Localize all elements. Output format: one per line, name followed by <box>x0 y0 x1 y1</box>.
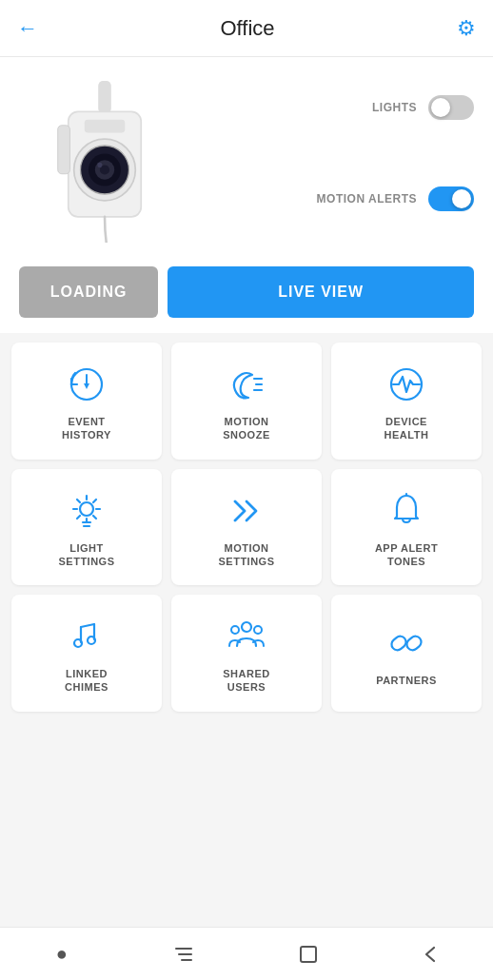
event-history-icon <box>68 363 106 405</box>
lights-toggle-row: LIGHTS <box>372 95 474 120</box>
gear-icon[interactable]: ⚙ <box>457 16 476 41</box>
grid-row-1: EVENTHISTORY MOTIONSNOOZE D <box>11 343 482 460</box>
header: ← Office ⚙ <box>0 0 493 57</box>
svg-line-29 <box>81 624 94 627</box>
motion-label: MOTION ALERTS <box>317 192 417 206</box>
action-buttons: LOADING LIVE VIEW <box>19 266 474 333</box>
grid-item-light-settings[interactable]: LIGHTSETTINGS <box>11 469 162 586</box>
camera-image <box>19 76 190 247</box>
event-history-label: EVENTHISTORY <box>62 415 111 442</box>
svg-point-16 <box>80 502 93 516</box>
light-settings-icon <box>68 490 106 532</box>
bottom-nav: ● <box>0 927 493 980</box>
nav-dot[interactable]: ● <box>38 935 86 973</box>
partners-icon <box>387 622 425 664</box>
grid-item-motion-settings[interactable]: MOTIONSETTINGS <box>171 469 322 586</box>
device-health-icon <box>387 363 425 405</box>
svg-rect-0 <box>98 81 111 113</box>
grid-item-shared-users[interactable]: SHAREDUSERS <box>171 595 322 712</box>
grid-item-event-history[interactable]: EVENTHISTORY <box>11 343 162 460</box>
svg-rect-37 <box>404 635 424 653</box>
svg-line-24 <box>77 516 80 519</box>
motion-settings-icon <box>227 490 266 532</box>
grid-item-device-health[interactable]: DEVICEHEALTH <box>331 343 482 460</box>
motion-snooze-label: MOTIONSNOOZE <box>223 415 269 442</box>
square-icon <box>298 944 319 965</box>
svg-rect-41 <box>301 947 316 962</box>
back-button[interactable]: ← <box>17 16 38 41</box>
linked-chimes-icon <box>68 616 106 657</box>
nav-square[interactable] <box>285 935 332 973</box>
loading-button[interactable]: LOADING <box>19 266 158 318</box>
lights-toggle[interactable] <box>428 95 474 120</box>
partners-label: PARTNERS <box>376 674 437 687</box>
motion-snooze-icon <box>227 363 266 405</box>
grid-row-2: LIGHTSETTINGS MOTIONSETTINGS <box>11 469 482 586</box>
svg-point-35 <box>254 626 262 634</box>
camera-top: LIGHTS MOTION ALERTS <box>19 76 474 247</box>
live-view-button[interactable]: LIVE VIEW <box>168 266 474 318</box>
shared-users-label: SHAREDUSERS <box>223 667 269 695</box>
nav-menu[interactable] <box>161 935 208 973</box>
grid-item-linked-chimes[interactable]: LINKEDCHIMES <box>11 595 162 712</box>
lights-label: LIGHTS <box>372 101 417 114</box>
svg-point-34 <box>231 626 239 634</box>
svg-line-23 <box>93 500 96 502</box>
svg-point-33 <box>242 622 251 632</box>
grid-item-motion-snooze[interactable]: MOTIONSNOOZE <box>171 343 322 460</box>
grid-item-partners[interactable]: PARTNERS <box>331 595 482 712</box>
motion-toggle-knob <box>452 189 471 208</box>
controls-area: LIGHTS MOTION ALERTS <box>317 76 474 211</box>
svg-rect-9 <box>58 126 70 174</box>
svg-marker-11 <box>84 383 89 389</box>
lights-toggle-knob <box>431 98 450 117</box>
camera-section: LIGHTS MOTION ALERTS LOADING LIVE VIEW <box>0 57 493 333</box>
device-health-label: DEVICEHEALTH <box>385 415 429 442</box>
linked-chimes-label: LINKEDCHIMES <box>65 667 108 695</box>
svg-line-22 <box>93 516 96 519</box>
svg-rect-36 <box>389 635 408 653</box>
grid-row-3: LINKEDCHIMES SHAREDUSERS <box>11 595 482 712</box>
nav-back[interactable] <box>407 935 455 973</box>
svg-line-21 <box>77 500 80 502</box>
app-alert-tones-label: APP ALERTTONES <box>375 541 438 569</box>
motion-toggle-row: MOTION ALERTS <box>317 186 474 211</box>
grid-item-app-alert-tones[interactable]: APP ALERTTONES <box>331 469 482 586</box>
menu-icon <box>174 944 195 965</box>
back-nav-icon <box>421 944 442 965</box>
page-title: Office <box>220 16 274 41</box>
motion-settings-label: MOTIONSETTINGS <box>218 541 274 569</box>
grid-section: EVENTHISTORY MOTIONSNOOZE D <box>0 333 493 731</box>
svg-point-8 <box>97 163 102 167</box>
light-settings-label: LIGHTSETTINGS <box>58 541 114 569</box>
shared-users-icon <box>227 616 266 657</box>
svg-rect-2 <box>85 120 126 133</box>
dot-icon: ● <box>56 943 68 965</box>
app-alert-tones-icon <box>387 490 425 532</box>
motion-toggle[interactable] <box>428 186 474 211</box>
